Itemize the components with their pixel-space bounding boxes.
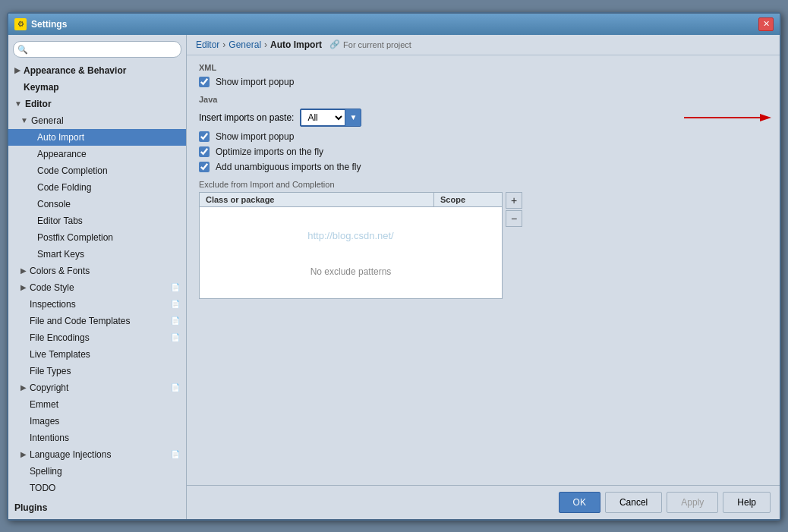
xml-show-import-checkbox[interactable]	[199, 77, 210, 87]
sidebar-item-live-templates[interactable]: Live Templates	[8, 346, 186, 363]
java-show-import-checkbox[interactable]	[199, 131, 210, 142]
search-input[interactable]	[13, 41, 181, 58]
sidebar-item-label: Appearance	[37, 147, 87, 161]
sidebar-item-label: Code Folding	[37, 181, 91, 194]
page-config-icon: 📄	[171, 281, 180, 294]
sidebar-item-editor[interactable]: ▼Editor	[8, 96, 186, 112]
sidebar-item-images[interactable]: Images	[8, 413, 186, 430]
xml-show-import-label: Show import popup	[216, 77, 294, 87]
sidebar-item-label: Code Style	[30, 281, 74, 294]
sidebar-item-language-injections[interactable]: ▶Language Injections📄	[8, 446, 186, 463]
unambiguous-row-wrap: Add unambiguous imports on the fly	[199, 162, 768, 172]
xml-section: XML Show import popup	[199, 63, 768, 87]
breadcrumb-auto-import: Auto Import	[270, 39, 322, 50]
content-area: 🔍 ▶Appearance & BehaviorKeymap▼Editor▼Ge…	[8, 35, 780, 519]
sidebar-item-label: Live Templates	[30, 348, 90, 361]
main-panel: Editor › General › Auto Import 🔗 For cur…	[187, 35, 780, 519]
tree-arrow: ▶	[20, 448, 27, 461]
exclude-side-buttons: + −	[506, 192, 522, 227]
sidebar-item-plugins[interactable]: Plugins	[8, 499, 186, 516]
search-box[interactable]: 🔍	[13, 41, 181, 58]
sidebar-item-colors-fonts[interactable]: ▶Colors & Fonts	[8, 263, 186, 279]
tree-arrow: ▶	[20, 281, 27, 294]
remove-exclude-button[interactable]: −	[506, 210, 522, 227]
optimize-imports-checkbox[interactable]	[199, 146, 210, 157]
insert-imports-select[interactable]: All Ask None	[301, 109, 345, 126]
arrow-hint-1	[684, 110, 775, 125]
tree-arrow: ▶	[20, 264, 27, 278]
ok-button[interactable]: OK	[559, 492, 600, 513]
sidebar-item-label: Inspections	[30, 297, 76, 311]
sidebar: 🔍 ▶Appearance & BehaviorKeymap▼Editor▼Ge…	[8, 35, 187, 519]
sidebar-tree: ▶Appearance & BehaviorKeymap▼Editor▼Gene…	[8, 62, 186, 496]
tree-arrow: ▶	[20, 381, 27, 395]
cancel-button[interactable]: Cancel	[605, 492, 662, 513]
sidebar-item-copyright[interactable]: ▶Copyright📄	[8, 379, 186, 396]
sidebar-item-inspections[interactable]: Inspections📄	[8, 296, 186, 313]
sidebar-item-spelling[interactable]: Spelling	[8, 463, 186, 480]
exclude-table-header: Class or package Scope	[200, 193, 502, 207]
help-button[interactable]: Help	[723, 492, 771, 513]
sidebar-item-general[interactable]: ▼General	[8, 112, 186, 129]
java-section: Java Insert imports on paste: All	[199, 95, 768, 172]
sidebar-item-label: File and Code Templates	[30, 314, 131, 328]
sidebar-item-label: Editor Tabs	[37, 214, 83, 228]
watermark: http://blog.csdn.net/	[307, 230, 393, 241]
insert-imports-label: Insert imports on paste:	[199, 112, 294, 123]
sidebar-item-todo[interactable]: TODO	[8, 480, 186, 496]
sidebar-item-appearance[interactable]: Appearance	[8, 146, 186, 162]
sidebar-item-keymap[interactable]: Keymap	[8, 79, 186, 96]
sidebar-item-console[interactable]: Console	[8, 196, 186, 212]
exclude-table: Class or package Scope http://blog.csdn.…	[199, 192, 503, 299]
optimize-imports-row: Optimize imports on the fly	[199, 146, 768, 157]
sidebar-item-intentions[interactable]: Intentions	[8, 430, 186, 446]
sidebar-item-label: Copyright	[30, 381, 68, 395]
exclude-table-container: Class or package Scope http://blog.csdn.…	[199, 192, 768, 299]
sidebar-item-postfix-completion[interactable]: Postfix Completion	[8, 229, 186, 246]
add-exclude-button[interactable]: +	[506, 192, 522, 209]
close-button[interactable]: ✕	[758, 17, 774, 31]
col-class-header: Class or package	[200, 193, 433, 206]
apply-button[interactable]: Apply	[667, 492, 718, 513]
plugins-label: Plugins	[14, 501, 47, 515]
optimize-imports-label: Optimize imports on the fly	[216, 146, 323, 157]
titlebar: ⚙ Settings ✕	[8, 14, 780, 35]
breadcrumb: Editor › General › Auto Import 🔗 For cur…	[187, 35, 780, 55]
java-show-import-label: Show import popup	[216, 131, 294, 142]
project-label: 🔗 For current project	[329, 39, 411, 49]
sidebar-item-editor-tabs[interactable]: Editor Tabs	[8, 212, 186, 229]
sidebar-item-code-completion[interactable]: Code Completion	[8, 162, 186, 179]
breadcrumb-editor[interactable]: Editor	[196, 39, 219, 50]
sidebar-item-label: Console	[37, 197, 71, 211]
sidebar-item-file-code-templates[interactable]: File and Code Templates📄	[8, 313, 186, 329]
page-config-icon: 📄	[171, 331, 180, 345]
sidebar-item-file-encodings[interactable]: File Encodings📄	[8, 329, 186, 346]
sidebar-item-label: Colors & Fonts	[30, 264, 90, 278]
sidebar-item-code-style[interactable]: ▶Code Style📄	[8, 279, 186, 296]
xml-label: XML	[199, 63, 768, 72]
java-show-import-row: Show import popup	[199, 131, 768, 142]
sidebar-item-smart-keys[interactable]: Smart Keys	[8, 246, 186, 263]
optimize-row-wrap: Optimize imports on the fly	[199, 146, 768, 157]
exclude-section: Exclude from Import and Completion Class…	[199, 180, 768, 299]
sidebar-item-label: Auto Import	[37, 131, 84, 144]
xml-show-import-row: Show import popup	[199, 77, 768, 87]
add-unambiguous-checkbox[interactable]	[199, 162, 210, 172]
svg-marker-1	[760, 114, 771, 121]
settings-content: XML Show import popup Java	[187, 55, 780, 485]
sidebar-item-label: General	[31, 114, 64, 127]
sidebar-item-file-types[interactable]: File Types	[8, 363, 186, 379]
red-arrow-svg-1	[684, 110, 775, 125]
sidebar-item-auto-import[interactable]: Auto Import	[8, 129, 186, 146]
sidebar-item-code-folding[interactable]: Code Folding	[8, 179, 186, 196]
app-icon: ⚙	[14, 18, 27, 30]
tree-arrow: ▼	[20, 114, 28, 127]
sidebar-item-label: File Types	[30, 364, 71, 378]
sidebar-item-appearance-behavior[interactable]: ▶Appearance & Behavior	[8, 62, 186, 79]
breadcrumb-general[interactable]: General	[229, 39, 261, 50]
no-patterns-label: No exclude patterns	[310, 266, 392, 277]
sidebar-item-emmet[interactable]: Emmet	[8, 396, 186, 413]
tree-arrow: ▶	[14, 64, 20, 77]
exclude-header: Exclude from Import and Completion	[199, 180, 768, 189]
dropdown-arrow-button[interactable]: ▼	[345, 109, 361, 126]
